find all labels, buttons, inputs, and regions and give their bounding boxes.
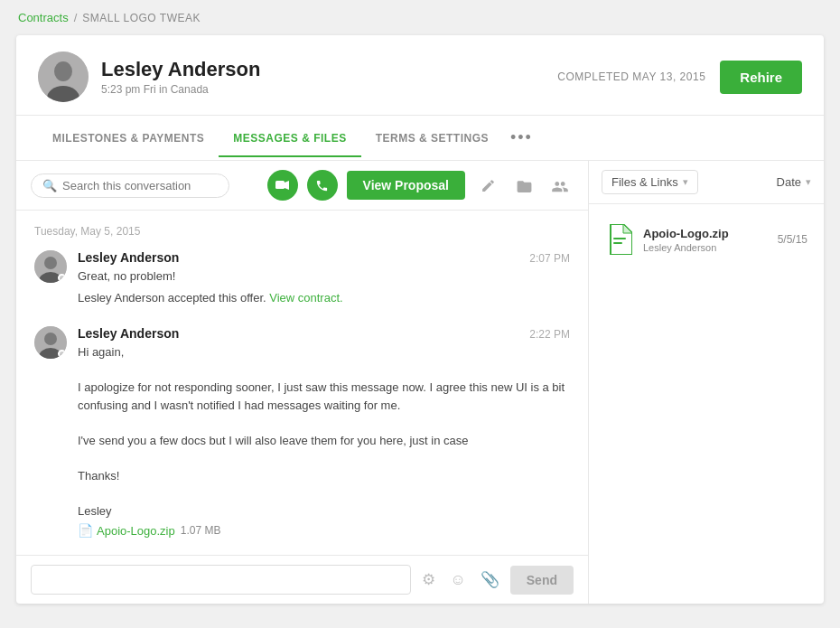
files-panel: Files & Links ▾ Date ▾ [589, 161, 824, 604]
contractor-time: 5:23 pm Fri in Canada [101, 83, 260, 96]
svg-point-1 [54, 61, 72, 81]
files-list: Apoio-Logo.zip Lesley Anderson 5/5/15 [589, 204, 824, 604]
message-meta-2: Lesley Anderson 2:22 PM [78, 326, 570, 341]
breadcrumb-current: SMALL LOGO TWEAK [82, 12, 201, 24]
tab-more-button[interactable]: ••• [503, 116, 540, 160]
message-time-2: 2:22 PM [529, 328, 570, 341]
date-filter-chevron: ▾ [806, 176, 811, 188]
message-item-2: Lesley Anderson 2:22 PM Hi again, I apol… [34, 326, 570, 538]
message-avatar-1 [34, 250, 67, 283]
tab-milestones[interactable]: MILESTONES & PAYMENTS [38, 119, 219, 157]
svg-marker-4 [285, 181, 289, 190]
message-body-2: Hi again, I apologize for not responding… [78, 343, 570, 520]
attachment-size: 1.07 MB [181, 524, 221, 537]
message-content-2: Lesley Anderson 2:22 PM Hi again, I apol… [78, 326, 570, 538]
message-meta-1: Lesley Anderson 2:07 PM [78, 250, 570, 265]
edit-icon[interactable] [474, 172, 501, 199]
svg-rect-11 [613, 238, 626, 239]
attachment-row: 📄 Apoio-Logo.zip 1.07 MB [78, 523, 570, 538]
emoji-icon[interactable]: ☺ [446, 567, 469, 593]
message-avatar-2 [34, 326, 67, 359]
message-body-1: Great, no problem! [78, 267, 570, 286]
date-divider: Tuesday, May 5, 2015 [34, 225, 570, 238]
rehire-button[interactable]: Rehire [720, 61, 802, 94]
messages-area: 🔍 View Proposal [16, 161, 824, 604]
message-system-1: Lesley Anderson accepted this offer. Vie… [78, 289, 570, 307]
video-call-button[interactable] [267, 170, 298, 201]
message-input[interactable] [31, 565, 411, 595]
online-indicator-2 [58, 350, 66, 358]
date-filter-button[interactable]: Date ▾ [777, 175, 811, 189]
file-type-icon [605, 222, 634, 257]
files-filter-button[interactable]: Files & Links ▾ [602, 170, 698, 194]
files-toolbar: Files & Links ▾ Date ▾ [589, 161, 824, 204]
attachment-link[interactable]: Apoio-Logo.zip [97, 524, 175, 538]
view-proposal-button[interactable]: View Proposal [347, 171, 465, 200]
message-item: Lesley Anderson 2:07 PM Great, no proble… [34, 250, 570, 310]
attachment-icon[interactable]: 📎 [477, 567, 503, 593]
message-sender-1: Lesley Anderson [78, 250, 179, 265]
svg-point-6 [44, 257, 57, 269]
message-input-bar: ⚙ ☺ 📎 Send [16, 555, 588, 604]
files-filter-label: Files & Links [611, 175, 678, 189]
settings-icon[interactable]: ⚙ [418, 567, 439, 593]
breadcrumb-separator: / [74, 11, 78, 24]
file-details: Apoio-Logo.zip Lesley Anderson [643, 227, 769, 253]
online-indicator [58, 274, 66, 282]
completed-label: COMPLETED MAY 13, 2015 [557, 70, 705, 83]
contract-header: Lesley Anderson 5:23 pm Fri in Canada CO… [16, 35, 824, 116]
send-button[interactable]: Send [510, 566, 574, 595]
breadcrumb-contracts-link[interactable]: Contracts [18, 11, 69, 24]
contractor-info: Lesley Anderson 5:23 pm Fri in Canada [38, 52, 260, 102]
svg-point-9 [44, 333, 57, 345]
call-button[interactable] [307, 170, 338, 201]
tabs: MILESTONES & PAYMENTS MESSAGES & FILES T… [16, 116, 824, 161]
main-card: Lesley Anderson 5:23 pm Fri in Canada CO… [16, 35, 824, 604]
breadcrumb: Contracts / SMALL LOGO TWEAK [0, 0, 840, 35]
search-box: 🔍 [31, 173, 229, 198]
file-item: Apoio-Logo.zip Lesley Anderson 5/5/15 [600, 215, 813, 264]
folder-icon[interactable] [510, 172, 537, 199]
file-name: Apoio-Logo.zip [643, 227, 769, 240]
messages-list: Tuesday, May 5, 2015 Lesley Anderson [16, 211, 588, 555]
search-input[interactable] [62, 179, 207, 192]
file-owner: Lesley Anderson [643, 242, 769, 253]
message-time-1: 2:07 PM [529, 252, 570, 265]
view-contract-link[interactable]: View contract. [269, 291, 342, 305]
svg-rect-3 [275, 181, 285, 189]
message-content-1: Lesley Anderson 2:07 PM Great, no proble… [78, 250, 570, 310]
attachment-file-icon: 📄 [78, 523, 93, 538]
date-filter-label: Date [777, 175, 801, 189]
avatar [38, 52, 89, 102]
messages-toolbar: 🔍 View Proposal [16, 161, 588, 211]
tab-terms[interactable]: TERMS & SETTINGS [361, 119, 503, 157]
svg-rect-12 [613, 242, 622, 244]
messages-panel: 🔍 View Proposal [16, 161, 589, 604]
message-sender-2: Lesley Anderson [78, 326, 179, 341]
search-icon: 🔍 [42, 179, 57, 192]
files-filter-chevron: ▾ [683, 176, 688, 188]
contractor-name: Lesley Anderson [101, 58, 260, 81]
header-right: COMPLETED MAY 13, 2015 Rehire [557, 61, 802, 94]
file-date: 5/5/15 [778, 233, 807, 246]
people-icon[interactable] [546, 172, 574, 199]
contractor-details: Lesley Anderson 5:23 pm Fri in Canada [101, 58, 260, 96]
tab-messages[interactable]: MESSAGES & FILES [219, 119, 360, 157]
